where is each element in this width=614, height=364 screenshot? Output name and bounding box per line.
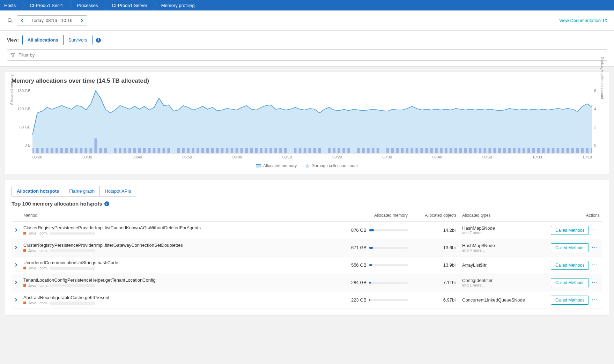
- legend-allocated-memory[interactable]: Allocated memory: [256, 163, 297, 168]
- row-more-actions-button[interactable]: ⋯: [590, 278, 600, 285]
- table-row: TenantLocationConfigPersistenceHelper.ge…: [12, 274, 602, 291]
- external-link-icon: [603, 18, 607, 23]
- view-documentation-link[interactable]: View Documentation: [559, 18, 607, 23]
- svg-rect-14: [89, 148, 92, 153]
- timeframe-prev-button[interactable]: [17, 16, 27, 25]
- filter-bar: View: All allocations Survivors i: [0, 31, 614, 67]
- chart-plot[interactable]: [32, 87, 592, 154]
- alloc-type-more[interactable]: and 1 more...: [462, 283, 533, 287]
- col-alloc-types[interactable]: Allocated types: [459, 209, 536, 222]
- svg-rect-90: [488, 148, 491, 153]
- redacted-package: [50, 302, 95, 305]
- col-alloc-mem[interactable]: Allocated memory: [341, 209, 410, 222]
- expand-row-button[interactable]: [12, 274, 21, 291]
- svg-rect-86: [469, 148, 472, 153]
- svg-rect-73: [406, 148, 408, 153]
- svg-rect-83: [454, 148, 457, 153]
- view-survivors[interactable]: Survivors: [63, 35, 92, 45]
- svg-rect-88: [479, 148, 482, 153]
- svg-rect-11: [75, 148, 78, 153]
- called-methods-button[interactable]: Called Methods: [551, 226, 589, 235]
- method-name: ClusterRegistryPersistenceProviderImpl.f…: [23, 243, 338, 248]
- method-name: ClusterRegistryPersistenceProviderImpl.l…: [23, 225, 338, 230]
- svg-rect-37: [211, 148, 214, 153]
- svg-rect-21: [128, 148, 131, 153]
- svg-rect-51: [279, 148, 282, 153]
- breadcrumb-hosts[interactable]: Hosts: [0, 0, 21, 10]
- hotspot-section-title: Top 100 memory allocation hotspots: [12, 201, 102, 207]
- svg-rect-87: [474, 148, 477, 153]
- alloc-type-more[interactable]: and 7 more...: [462, 231, 533, 235]
- svg-rect-89: [483, 148, 486, 153]
- row-more-actions-button[interactable]: ⋯: [590, 261, 600, 268]
- svg-rect-93: [503, 148, 506, 153]
- legend-gc-count[interactable]: Garbage collection count: [306, 163, 358, 168]
- svg-rect-38: [216, 148, 219, 153]
- table-row: AbstractReconfigurableCache.getIfPresent…: [12, 291, 602, 309]
- svg-rect-18: [114, 148, 117, 153]
- alloc-type: ConcurrentLinkedQueue$Node: [462, 297, 533, 303]
- col-alloc-obj[interactable]: Allocated objects: [410, 209, 459, 222]
- method-meta: Java | com.: [23, 248, 338, 253]
- called-methods-button[interactable]: Called Methods: [551, 261, 589, 270]
- svg-line-1: [11, 21, 12, 23]
- breadcrumb-processes[interactable]: Processes: [68, 0, 104, 10]
- info-icon[interactable]: i: [96, 38, 101, 43]
- svg-rect-47: [260, 148, 262, 153]
- svg-rect-46: [255, 148, 258, 153]
- col-method[interactable]: Method: [21, 209, 341, 222]
- svg-rect-41: [231, 148, 234, 153]
- breadcrumb-host[interactable]: CI-Prod51 Ser-4: [21, 0, 68, 10]
- called-methods-button[interactable]: Called Methods: [551, 243, 589, 252]
- called-methods-button[interactable]: Called Methods: [551, 296, 589, 305]
- svg-rect-2: [32, 148, 34, 153]
- chevron-right-icon: [80, 19, 84, 22]
- expand-row-button[interactable]: [12, 257, 21, 274]
- svg-rect-105: [562, 148, 564, 153]
- tab-flame-graph[interactable]: Flame graph: [64, 186, 99, 196]
- expand-row-button[interactable]: [12, 239, 21, 257]
- alloc-type-more[interactable]: and 4 more...: [462, 248, 533, 252]
- svg-rect-99: [532, 148, 535, 153]
- svg-rect-65: [362, 148, 365, 153]
- timeframe-next-button[interactable]: [77, 16, 87, 25]
- expand-row-button[interactable]: [12, 222, 21, 239]
- breadcrumb: Hosts CI-Prod51 Ser-4 Processes CI-Prod5…: [0, 0, 614, 10]
- svg-rect-84: [459, 148, 462, 153]
- filter-input[interactable]: [7, 49, 607, 61]
- breadcrumb-process[interactable]: CI-Prod51 Server: [104, 0, 153, 10]
- method-name: TenantLocationConfigPersistenceHelper.ge…: [23, 277, 338, 283]
- java-tech-icon: [23, 232, 26, 235]
- svg-rect-98: [527, 148, 530, 153]
- svg-rect-42: [236, 148, 238, 153]
- view-label: View:: [7, 37, 19, 43]
- called-methods-button[interactable]: Called Methods: [551, 278, 589, 287]
- svg-rect-82: [450, 148, 452, 153]
- svg-rect-50: [274, 148, 277, 153]
- row-more-actions-button[interactable]: ⋯: [590, 226, 600, 233]
- expand-row-button[interactable]: [12, 291, 21, 309]
- view-all-allocations[interactable]: All allocations: [23, 35, 63, 45]
- alloc-mem-bar: [369, 264, 408, 266]
- chevron-right-icon: [14, 298, 18, 302]
- svg-rect-27: [158, 148, 161, 153]
- y-right-ticks: 6 4 2 0: [592, 87, 602, 154]
- svg-rect-23: [138, 148, 141, 153]
- svg-rect-17: [104, 148, 107, 153]
- view-toggle: All allocations Survivors: [22, 35, 93, 45]
- svg-rect-57: [313, 148, 316, 153]
- alloc-mem-value: 223 GB: [351, 297, 367, 303]
- svg-rect-32: [187, 148, 190, 153]
- row-more-actions-button[interactable]: ⋯: [590, 244, 600, 251]
- redacted-package: [50, 249, 95, 252]
- svg-rect-49: [269, 148, 272, 153]
- java-tech-icon: [23, 302, 26, 304]
- tab-allocation-hotspots[interactable]: Allocation hotspots: [12, 186, 64, 196]
- info-icon[interactable]: i: [104, 201, 109, 206]
- row-more-actions-button[interactable]: ⋯: [590, 296, 600, 303]
- timeframe-label[interactable]: Today, 08:16 - 10:16: [27, 16, 77, 25]
- svg-rect-80: [440, 148, 443, 153]
- magnifier-icon[interactable]: [7, 17, 13, 24]
- svg-rect-110: [586, 148, 589, 153]
- tab-hotspot-apis[interactable]: Hotspot APIs: [99, 186, 136, 196]
